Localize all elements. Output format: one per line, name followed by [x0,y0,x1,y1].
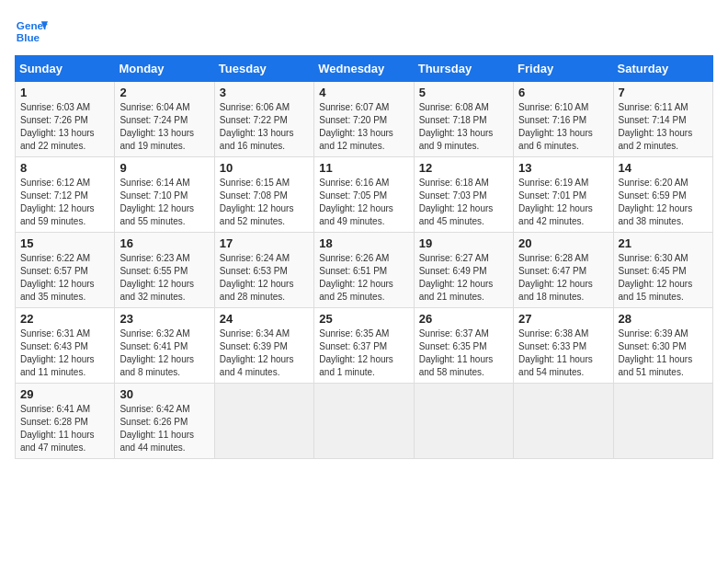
day-info: Sunrise: 6:06 AMSunset: 7:22 PMDaylight:… [220,101,309,153]
calendar-cell: 20Sunrise: 6:28 AMSunset: 6:47 PMDayligh… [514,233,613,308]
calendar-cell: 2Sunrise: 6:04 AMSunset: 7:24 PMDaylight… [115,82,214,157]
calendar-week-row: 15Sunrise: 6:22 AMSunset: 6:57 PMDayligh… [16,233,713,308]
day-number: 7 [619,86,708,99]
day-number: 25 [319,312,408,326]
day-info: Sunrise: 6:26 AMSunset: 6:51 PMDaylight:… [319,252,408,304]
calendar-cell: 22Sunrise: 6:31 AMSunset: 6:43 PMDayligh… [16,308,115,384]
calendar-cell: 11Sunrise: 6:16 AMSunset: 7:05 PMDayligh… [314,157,414,233]
calendar-cell [314,384,414,459]
calendar-cell: 25Sunrise: 6:35 AMSunset: 6:37 PMDayligh… [314,308,414,384]
day-info: Sunrise: 6:37 AMSunset: 6:35 PMDaylight:… [419,327,508,379]
day-number: 1 [20,86,109,99]
day-number: 2 [119,86,209,99]
page-header: General Blue [15,15,713,48]
calendar-week-row: 8Sunrise: 6:12 AMSunset: 7:12 PMDaylight… [16,157,713,233]
weekday-header-friday: Friday [514,56,613,82]
calendar-cell: 12Sunrise: 6:18 AMSunset: 7:03 PMDayligh… [414,157,513,233]
day-number: 10 [220,161,309,175]
calendar-cell: 21Sunrise: 6:30 AMSunset: 6:45 PMDayligh… [613,233,712,308]
calendar-cell: 3Sunrise: 6:06 AMSunset: 7:22 PMDaylight… [214,82,313,157]
calendar-cell [613,384,712,459]
day-info: Sunrise: 6:16 AMSunset: 7:05 PMDaylight:… [319,177,408,228]
day-number: 6 [518,86,608,99]
day-number: 24 [220,312,309,326]
day-number: 22 [20,312,109,326]
calendar-header-row: SundayMondayTuesdayWednesdayThursdayFrid… [16,56,713,82]
day-number: 23 [119,312,209,326]
day-info: Sunrise: 6:32 AMSunset: 6:41 PMDaylight:… [119,327,209,379]
day-info: Sunrise: 6:20 AMSunset: 6:59 PMDaylight:… [619,177,708,228]
logo: General Blue [15,15,48,48]
weekday-header-wednesday: Wednesday [314,56,414,82]
calendar-cell: 4Sunrise: 6:07 AMSunset: 7:20 PMDaylight… [314,82,414,157]
calendar-cell: 13Sunrise: 6:19 AMSunset: 7:01 PMDayligh… [514,157,613,233]
calendar-cell: 28Sunrise: 6:39 AMSunset: 6:30 PMDayligh… [613,308,712,384]
calendar-cell: 18Sunrise: 6:26 AMSunset: 6:51 PMDayligh… [314,233,414,308]
day-info: Sunrise: 6:08 AMSunset: 7:18 PMDaylight:… [419,101,508,153]
day-number: 9 [119,161,209,175]
day-info: Sunrise: 6:24 AMSunset: 6:53 PMDaylight:… [220,252,309,304]
day-info: Sunrise: 6:30 AMSunset: 6:45 PMDaylight:… [619,252,708,304]
day-info: Sunrise: 6:35 AMSunset: 6:37 PMDaylight:… [319,327,408,379]
calendar-week-row: 29Sunrise: 6:41 AMSunset: 6:28 PMDayligh… [16,384,713,459]
calendar-cell [214,384,313,459]
day-number: 20 [518,236,608,250]
weekday-header-saturday: Saturday [613,56,712,82]
calendar-cell [514,384,613,459]
calendar-week-row: 1Sunrise: 6:03 AMSunset: 7:26 PMDaylight… [16,82,713,157]
day-info: Sunrise: 6:39 AMSunset: 6:30 PMDaylight:… [619,327,708,379]
calendar-cell: 29Sunrise: 6:41 AMSunset: 6:28 PMDayligh… [16,384,115,459]
day-number: 14 [619,161,708,175]
calendar-cell: 14Sunrise: 6:20 AMSunset: 6:59 PMDayligh… [613,157,712,233]
calendar-cell: 16Sunrise: 6:23 AMSunset: 6:55 PMDayligh… [115,233,214,308]
calendar-cell: 5Sunrise: 6:08 AMSunset: 7:18 PMDaylight… [414,82,513,157]
calendar-cell: 10Sunrise: 6:15 AMSunset: 7:08 PMDayligh… [214,157,313,233]
day-info: Sunrise: 6:04 AMSunset: 7:24 PMDaylight:… [119,101,209,153]
calendar-cell: 17Sunrise: 6:24 AMSunset: 6:53 PMDayligh… [214,233,313,308]
day-number: 15 [20,236,109,250]
day-number: 21 [619,236,708,250]
svg-text:Blue: Blue [17,31,40,43]
day-number: 28 [619,312,708,326]
day-number: 8 [20,161,109,175]
weekday-header-sunday: Sunday [16,56,115,82]
day-number: 12 [419,161,508,175]
day-info: Sunrise: 6:31 AMSunset: 6:43 PMDaylight:… [20,327,109,379]
calendar-cell: 1Sunrise: 6:03 AMSunset: 7:26 PMDaylight… [16,82,115,157]
day-info: Sunrise: 6:23 AMSunset: 6:55 PMDaylight:… [119,252,209,304]
day-info: Sunrise: 6:07 AMSunset: 7:20 PMDaylight:… [319,101,408,153]
day-info: Sunrise: 6:18 AMSunset: 7:03 PMDaylight:… [419,177,508,228]
day-number: 18 [319,236,408,250]
day-info: Sunrise: 6:15 AMSunset: 7:08 PMDaylight:… [220,177,309,228]
day-number: 17 [220,236,309,250]
calendar-cell: 23Sunrise: 6:32 AMSunset: 6:41 PMDayligh… [115,308,214,384]
day-number: 5 [419,86,508,99]
day-number: 11 [319,161,408,175]
day-info: Sunrise: 6:11 AMSunset: 7:14 PMDaylight:… [619,101,708,153]
calendar-cell: 24Sunrise: 6:34 AMSunset: 6:39 PMDayligh… [214,308,313,384]
day-info: Sunrise: 6:12 AMSunset: 7:12 PMDaylight:… [20,177,109,228]
day-info: Sunrise: 6:41 AMSunset: 6:28 PMDaylight:… [20,403,109,454]
day-number: 13 [518,161,608,175]
calendar-cell [414,384,513,459]
calendar-cell: 9Sunrise: 6:14 AMSunset: 7:10 PMDaylight… [115,157,214,233]
day-info: Sunrise: 6:28 AMSunset: 6:47 PMDaylight:… [518,252,608,304]
calendar-cell: 8Sunrise: 6:12 AMSunset: 7:12 PMDaylight… [16,157,115,233]
day-number: 30 [119,387,209,401]
calendar-cell: 6Sunrise: 6:10 AMSunset: 7:16 PMDaylight… [514,82,613,157]
day-number: 26 [419,312,508,326]
calendar-cell: 19Sunrise: 6:27 AMSunset: 6:49 PMDayligh… [414,233,513,308]
calendar-week-row: 22Sunrise: 6:31 AMSunset: 6:43 PMDayligh… [16,308,713,384]
calendar-cell: 15Sunrise: 6:22 AMSunset: 6:57 PMDayligh… [16,233,115,308]
calendar-cell: 27Sunrise: 6:38 AMSunset: 6:33 PMDayligh… [514,308,613,384]
day-number: 4 [319,86,408,99]
day-number: 16 [119,236,209,250]
day-info: Sunrise: 6:10 AMSunset: 7:16 PMDaylight:… [518,101,608,153]
calendar-cell: 7Sunrise: 6:11 AMSunset: 7:14 PMDaylight… [613,82,712,157]
day-info: Sunrise: 6:42 AMSunset: 6:26 PMDaylight:… [119,403,209,454]
day-info: Sunrise: 6:22 AMSunset: 6:57 PMDaylight:… [20,252,109,304]
day-info: Sunrise: 6:34 AMSunset: 6:39 PMDaylight:… [220,327,309,379]
day-info: Sunrise: 6:38 AMSunset: 6:33 PMDaylight:… [518,327,608,379]
day-info: Sunrise: 6:03 AMSunset: 7:26 PMDaylight:… [20,101,109,153]
day-info: Sunrise: 6:27 AMSunset: 6:49 PMDaylight:… [419,252,508,304]
